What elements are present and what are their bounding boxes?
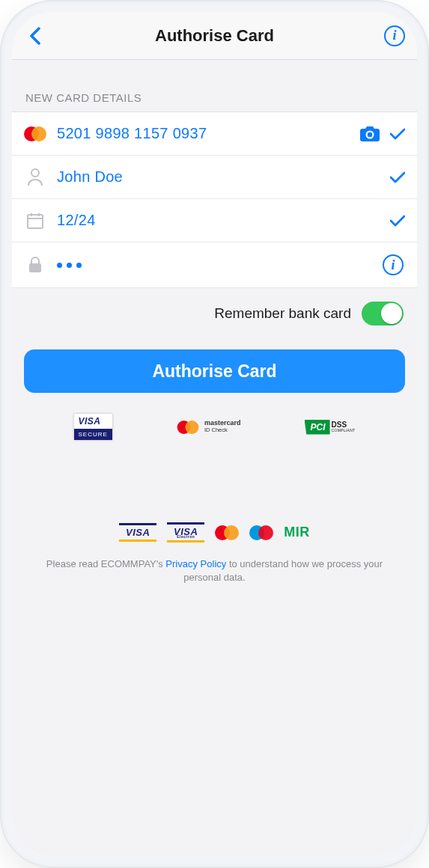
valid-check-icon (390, 128, 405, 140)
mc-idcheck-bot: ID Check (204, 427, 241, 433)
privacy-pre: Please read ECOMMPAY's (46, 558, 166, 569)
pci-flag: PCI (305, 420, 330, 435)
lock-icon (24, 257, 46, 273)
maestro-logo (249, 525, 273, 540)
remember-toggle[interactable] (362, 302, 404, 326)
visa-secure-logo-text: VISA (74, 414, 112, 429)
toggle-knob (381, 303, 402, 324)
cvv-row[interactable]: i (12, 242, 417, 288)
visa-logo: VISA (119, 523, 156, 542)
pci-dss-badge: PCI DSS COMPLIANT (305, 420, 356, 435)
card-networks: VISA VISA Electron MIR (12, 522, 417, 542)
cardholder-row[interactable]: John Doe (12, 156, 417, 199)
cvv-dots-icon (57, 263, 371, 268)
visa-secure-sub-text: SECURE (74, 429, 112, 440)
mastercard-logo (215, 525, 239, 540)
device-bezel: Authorise Card i NEW CARD DETAILS 5201 9… (4, 4, 425, 864)
privacy-policy-link[interactable]: Privacy Policy (165, 558, 226, 569)
screen: Authorise Card i NEW CARD DETAILS 5201 9… (12, 12, 417, 856)
card-number-row[interactable]: 5201 9898 1157 0937 (12, 112, 417, 156)
info-icon: i (384, 25, 405, 46)
svg-rect-1 (29, 263, 41, 272)
device-frame: Authorise Card i NEW CARD DETAILS 5201 9… (0, 0, 429, 868)
security-badges: VISA SECURE mastercard ID Check PCI DSS … (42, 414, 387, 440)
calendar-icon (24, 213, 46, 229)
camera-icon (360, 126, 380, 141)
top-bar: Authorise Card i (12, 12, 417, 60)
page-title: Authorise Card (46, 26, 383, 46)
expiry-row[interactable]: 12/24 (12, 199, 417, 242)
remember-label: Remember bank card (214, 305, 351, 322)
authorise-button[interactable]: Authorise Card (24, 349, 405, 393)
section-header: NEW CARD DETAILS (12, 60, 417, 112)
valid-check-icon (390, 171, 405, 183)
visa-electron-logo: VISA Electron (167, 522, 204, 542)
cvv-value (57, 263, 371, 268)
scan-card-button[interactable] (360, 126, 380, 141)
cvv-info-button[interactable]: i (381, 253, 405, 277)
cardholder-value: John Doe (57, 168, 380, 186)
info-icon: i (383, 254, 404, 275)
svg-rect-0 (28, 215, 43, 228)
valid-check-icon (390, 215, 405, 227)
mastercard-idcheck-badge: mastercard ID Check (176, 420, 241, 435)
person-icon (24, 168, 46, 186)
mc-idcheck-top: mastercard (204, 419, 241, 427)
remember-row: Remember bank card (12, 288, 417, 333)
mastercard-icon (177, 421, 199, 434)
back-button[interactable] (22, 24, 46, 48)
visa-electron-sub: Electron (167, 534, 204, 539)
chevron-left-icon (29, 27, 40, 45)
pci-sub-text: COMPLIANT (332, 429, 356, 433)
mastercard-icon (24, 126, 46, 141)
expiry-value: 12/24 (57, 212, 380, 229)
visa-secure-badge: VISA SECURE (74, 414, 112, 440)
info-button[interactable]: i (383, 24, 407, 48)
privacy-text: Please read ECOMMPAY's Privacy Policy to… (42, 557, 387, 584)
mir-logo: MIR (284, 525, 310, 540)
card-number-value: 5201 9898 1157 0937 (57, 125, 350, 142)
